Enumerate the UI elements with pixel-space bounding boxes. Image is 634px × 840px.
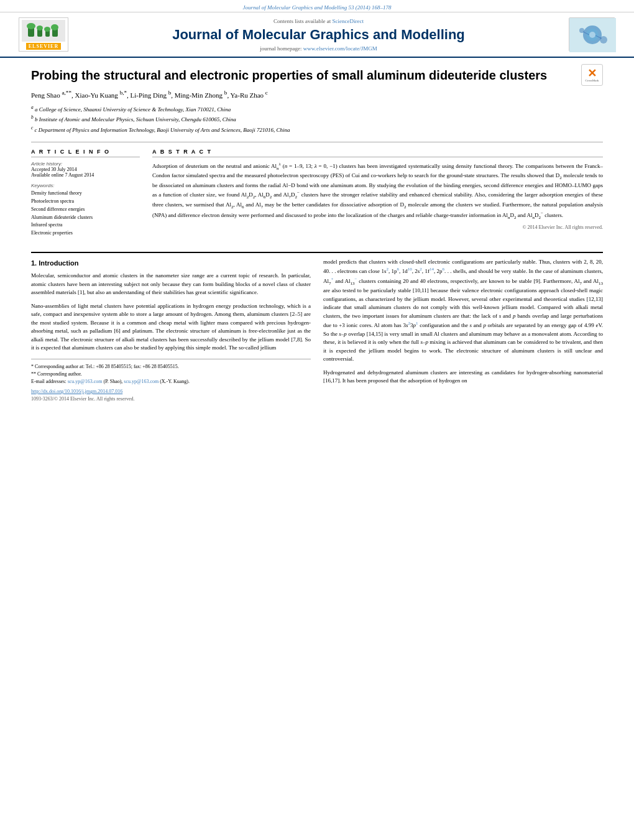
keyword-3: Second difference energies [31, 206, 140, 214]
crossmark-icon: ✕ [587, 68, 597, 79]
svg-point-7 [51, 24, 58, 30]
header-center: Contents lists available at ScienceDirec… [68, 18, 569, 52]
top-header: Journal of Molecular Graphics and Modell… [0, 0, 634, 12]
footnote-area: * Corresponding author at: Tel.: +86 28 … [31, 359, 311, 403]
accepted-date: Accepted 30 July 2014 [31, 167, 140, 172]
affiliations: a a College of Science, Shaanxi Universi… [31, 104, 603, 135]
footnote-star1: * Corresponding author at: Tel.: +86 28 … [31, 363, 311, 371]
affiliation-a: a a College of Science, Shaanxi Universi… [31, 104, 603, 114]
email-link-2[interactable]: scu.yp@163.com [124, 379, 158, 384]
elsevier-tree-logo [22, 20, 65, 42]
intro-para-1: Molecular, semiconductor and atomic clus… [31, 272, 311, 297]
keywords-block: Keywords: Density functional theory Phot… [31, 183, 140, 238]
article-title-section: Probing the structural and electronic pr… [31, 67, 603, 90]
right-para-1: model predicts that clusters with closed… [323, 258, 603, 364]
issn-line: 1093-3263/© 2014 Elsevier Inc. All right… [31, 395, 311, 403]
article-info-heading: A R T I C L E I N F O [31, 149, 140, 157]
article-history: Article history: Accepted 30 July 2014 A… [31, 161, 140, 178]
right-para-2: Hydrogenated and dehydrogenated aluminum… [323, 369, 603, 385]
sciencedirect-link[interactable]: ScienceDirect [333, 18, 364, 24]
article-content: Probing the structural and electronic pr… [0, 58, 634, 415]
journal-ref: Journal of Molecular Graphics and Modell… [243, 4, 392, 11]
article-title: Probing the structural and electronic pr… [31, 67, 575, 83]
contents-line: Contents lists available at ScienceDirec… [68, 18, 569, 24]
body-left-col: 1. Introduction Molecular, semiconductor… [31, 258, 311, 403]
copyright-notice: © 2014 Elsevier Inc. All rights reserved… [152, 224, 603, 230]
abstract-heading: A B S T R A C T [152, 149, 603, 157]
abstract-col: A B S T R A C T Adsorption of deuterium … [152, 149, 603, 242]
publisher-header: ELSEVIER Contents lists available at Sci… [0, 12, 634, 58]
journal-homepage: journal homepage: www.elsevier.com/locat… [68, 45, 569, 52]
footnote-star2: ** Corresponding author. [31, 371, 311, 378]
info-abstract-section: A R T I C L E I N F O Article history: A… [31, 149, 603, 242]
doi-line[interactable]: http://dx.doi.org/10.1016/j.jmgm.2014.07… [31, 388, 311, 395]
history-label: Article history: [31, 161, 140, 167]
keyword-1: Density functional theory [31, 190, 140, 198]
elsevier-logo: ELSEVIER [19, 17, 68, 52]
intro-heading: 1. Introduction [31, 258, 311, 269]
affiliation-b: b b Institute of Atomic and Molecular Ph… [31, 114, 603, 124]
keywords-label: Keywords: [31, 183, 140, 188]
svg-point-1 [27, 23, 35, 29]
body-section: 1. Introduction Molecular, semiconductor… [31, 258, 603, 403]
footnote-email: E-mail addresses: scu.yp@163.com (P. Sha… [31, 378, 311, 385]
svg-point-12 [579, 28, 584, 33]
keyword-5: Infrared spectra [31, 221, 140, 229]
svg-point-3 [37, 25, 43, 30]
keyword-6: Electronic properties [31, 229, 140, 238]
body-right-col: model predicts that clusters with closed… [323, 258, 603, 403]
journal-title: Journal of Molecular Graphics and Modell… [68, 27, 569, 43]
journal-homepage-link[interactable]: www.elsevier.com/locate/JMGM [303, 45, 377, 52]
svg-point-5 [44, 27, 50, 32]
crossmark-label: CrossMark [585, 79, 599, 82]
page: Journal of Molecular Graphics and Modell… [0, 0, 634, 840]
crossmark-badge[interactable]: ✕ CrossMark [581, 64, 603, 86]
authors-line: Peng Shao a,**, Xiao-Yu Kuang b,*, Li-Pi… [31, 90, 603, 99]
abstract-text: Adsorption of deuterium on the neutral a… [152, 161, 603, 221]
svg-point-11 [589, 32, 595, 38]
affiliation-c: c c Department of Physics and Informatio… [31, 124, 603, 135]
journal-cover-image [569, 17, 615, 52]
email-link[interactable]: scu.yp@163.com [68, 379, 103, 384]
abstract-body-divider [31, 252, 603, 253]
keyword-2: Photoelectron spectra [31, 198, 140, 206]
elsevier-wordmark: ELSEVIER [26, 43, 61, 50]
keyword-4: Aluminum dideuteride clusters [31, 214, 140, 222]
keywords-list: Density functional theory Photoelectron … [31, 190, 140, 238]
available-date: Available online 7 August 2014 [31, 172, 140, 178]
article-info-col: A R T I C L E I N F O Article history: A… [31, 149, 140, 242]
title-divider [31, 142, 603, 142]
svg-point-13 [600, 36, 607, 44]
intro-para-2: Nano-assemblies of light metal clusters … [31, 302, 311, 353]
